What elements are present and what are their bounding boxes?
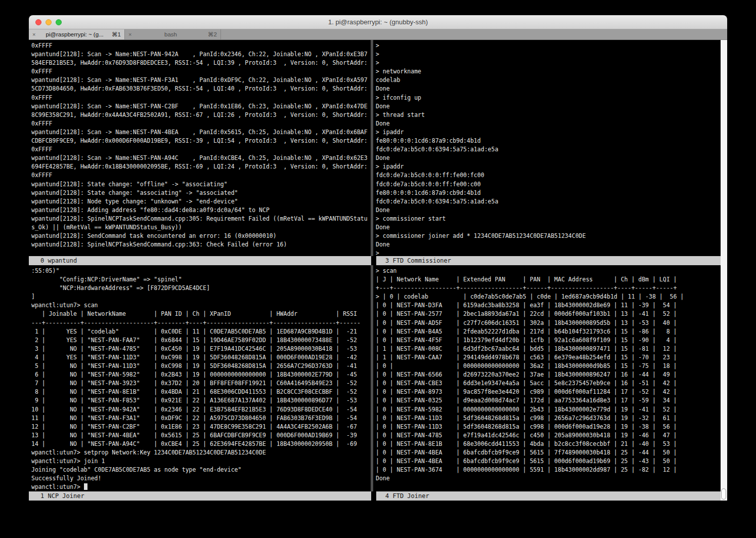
- shell-prompt-line[interactable]: wpanctl:utun7>: [29, 483, 371, 491]
- scrollbar[interactable]: [721, 40, 727, 501]
- wpantund-log-text: 0xFFFF wpantund[2128]: Scan -> Name:NEST…: [29, 40, 371, 249]
- pane-title-ftd-commissioner: 3 FTD Commissioner: [376, 256, 721, 265]
- tab-ssh-session[interactable]: × pi@raspberrypi: ~ (g... ⌘1: [29, 29, 125, 39]
- pane-ftd-commissioner[interactable]: > > > > networkname codelab Done > ifcon…: [373, 40, 721, 256]
- tab-bar: × pi@raspberrypi: ~ (g... ⌘1 × bash ⌘2: [29, 29, 727, 40]
- pane-title-ftd-joiner: 4 FTD Joiner: [376, 491, 721, 501]
- close-tab-icon[interactable]: ×: [128, 31, 136, 37]
- pane-title-label: 0 wpantund: [40, 257, 77, 264]
- pane-title-label: 3 FTD Commissioner: [385, 257, 451, 264]
- ftd-commissioner-text: > > > > networkname codelab Done > ifcon…: [373, 40, 721, 256]
- terminal-window: 1. pi@raspberrypi: ~ (gnubby-ssh) × pi@r…: [29, 15, 727, 501]
- pane-wpantund[interactable]: 0xFFFF wpantund[2128]: Scan -> Name:NEST…: [29, 40, 371, 256]
- pane-title-ncp-joiner: 1 NCP Joiner: [29, 491, 371, 501]
- pane-title-label: 4 FTD Joiner: [385, 492, 429, 500]
- scrollbar-thumb[interactable]: [721, 488, 726, 500]
- ftd-joiner-text: > scan | J | Network Name | Extended PAN…: [373, 265, 721, 483]
- tab-bash[interactable]: × bash ⌘2: [125, 29, 221, 39]
- tab-label: bash: [136, 31, 206, 37]
- shell-prompt: wpanctl:utun7>: [31, 483, 84, 490]
- pane-ncp-joiner[interactable]: :55:05)" "Config:NCP:DriverName" => "spi…: [29, 265, 371, 491]
- tab-shortcut: ⌘2: [208, 31, 217, 38]
- ncp-joiner-text: :55:05)" "Config:NCP:DriverName" => "spi…: [29, 265, 371, 483]
- terminal-cursor: [84, 483, 87, 490]
- pane-ftd-joiner[interactable]: > scan | J | Network Name | Extended PAN…: [373, 265, 721, 491]
- tab-shortcut: ⌘1: [112, 31, 121, 38]
- close-tab-icon[interactable]: ×: [32, 31, 39, 37]
- window-title: 1. pi@raspberrypi: ~ (gnubby-ssh): [29, 15, 727, 29]
- pane-title-label: 1 NCP Joiner: [40, 492, 84, 500]
- pane-title-wpantund: 0 wpantund: [29, 256, 371, 265]
- terminal-content: 0xFFFF wpantund[2128]: Scan -> Name:NEST…: [29, 40, 727, 501]
- window-titlebar[interactable]: 1. pi@raspberrypi: ~ (gnubby-ssh): [29, 15, 727, 29]
- tab-label: pi@raspberrypi: ~ (g...: [39, 31, 110, 37]
